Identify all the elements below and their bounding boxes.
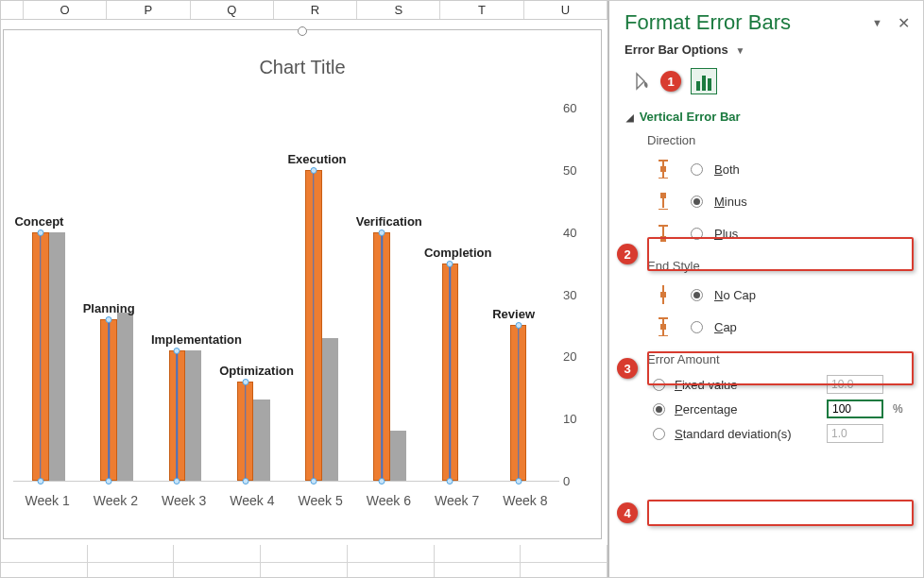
cap-label: Cap: [714, 320, 737, 334]
data-label[interactable]: Completion: [424, 246, 492, 260]
grid-row[interactable]: [1, 563, 607, 577]
callout-marker-3: 3: [617, 358, 638, 379]
cap-glyph-icon: [647, 314, 679, 339]
column-header-bar: O P Q R S T U: [1, 1, 607, 20]
y-axis[interactable]: 0102030405060: [563, 108, 597, 481]
x-axis[interactable]: Week 1Week 2Week 3Week 4Week 5Week 6Week…: [13, 487, 559, 510]
direction-option-minus[interactable]: Minus: [609, 185, 923, 217]
both-label: Both: [714, 162, 740, 177]
select-all-corner[interactable]: [1, 1, 24, 19]
stddev-label: Standard deviation(s): [675, 427, 817, 441]
bar-series2[interactable]: [253, 400, 269, 481]
x-tick-label[interactable]: Week 1: [13, 487, 81, 510]
plot-area[interactable]: 0102030405060 ConceptPlanningImplementat…: [13, 108, 559, 482]
both-glyph-icon: [647, 157, 679, 181]
section-title[interactable]: Vertical Error Bar: [640, 110, 741, 124]
radio-both[interactable]: [691, 163, 703, 176]
fill-line-tab-icon[interactable]: [628, 68, 655, 94]
x-tick-label[interactable]: Week 7: [423, 487, 491, 510]
column-header[interactable]: S: [357, 1, 440, 19]
bar-series2[interactable]: [390, 431, 406, 481]
bar-series1[interactable]: [510, 325, 526, 481]
amount-option-percentage[interactable]: Percentage %: [609, 397, 923, 421]
bar-series1[interactable]: [237, 382, 253, 481]
stddev-value-input[interactable]: [827, 424, 883, 443]
format-pane: Format Error Bars ▼ ✕ Error Bar Options …: [607, 1, 923, 577]
nocap-glyph-icon: [647, 282, 679, 307]
percentage-label: Percentage: [675, 402, 817, 416]
highlight-box-percentage: [647, 500, 914, 526]
grid-row[interactable]: [1, 545, 607, 563]
bar-series2[interactable]: [185, 350, 201, 481]
data-label[interactable]: Concept: [14, 214, 63, 229]
percentage-suffix: %: [893, 402, 908, 416]
endstyle-option-cap[interactable]: Cap: [609, 311, 923, 343]
x-tick-label[interactable]: Week 8: [491, 487, 559, 510]
minus-glyph-icon: [647, 189, 679, 213]
column-header[interactable]: T: [440, 1, 523, 19]
column-header[interactable]: O: [24, 1, 107, 19]
data-label[interactable]: Verification: [356, 214, 422, 229]
bar-series2[interactable]: [322, 338, 338, 481]
options-dropdown-label[interactable]: Error Bar Options: [625, 42, 728, 57]
bar-series2[interactable]: [117, 313, 133, 481]
data-label[interactable]: Execution: [287, 152, 346, 166]
direction-option-both[interactable]: Both: [609, 153, 923, 185]
options-dropdown-icon[interactable]: ▼: [735, 45, 744, 56]
percentage-value-input[interactable]: [827, 400, 883, 418]
chart-resize-handle-top[interactable]: [298, 26, 307, 36]
section-collapse-icon[interactable]: ◢: [626, 112, 634, 123]
bar-series1[interactable]: [169, 350, 185, 481]
x-tick-label[interactable]: Week 4: [218, 487, 286, 510]
highlight-box-minus: [647, 237, 914, 271]
bar-series2[interactable]: [49, 232, 65, 481]
column-header[interactable]: P: [107, 1, 190, 19]
callout-marker-1: 1: [660, 71, 681, 92]
bar-series1[interactable]: [442, 264, 458, 481]
bar-series1[interactable]: [100, 319, 116, 481]
app-root: O P Q R S T U Chart Title 0102030405060 …: [0, 0, 924, 578]
direction-label: Direction: [609, 129, 923, 153]
column-header[interactable]: Q: [191, 1, 274, 19]
column-header[interactable]: R: [274, 1, 357, 19]
nocap-label: No Cap: [714, 288, 756, 302]
close-pane-button[interactable]: ✕: [894, 14, 914, 32]
chart-title[interactable]: Chart Title: [4, 57, 601, 78]
minus-label: Minus: [714, 195, 747, 209]
worksheet[interactable]: Chart Title 0102030405060 ConceptPlannin…: [1, 20, 607, 577]
highlight-box-nocap: [647, 351, 914, 385]
pane-header: Format Error Bars ▼ ✕: [609, 1, 923, 41]
radio-cap[interactable]: [691, 321, 703, 333]
x-tick-label[interactable]: Week 6: [354, 487, 422, 510]
data-label[interactable]: Review: [492, 307, 535, 321]
callout-marker-2: 2: [617, 244, 638, 264]
bar-series1[interactable]: [305, 170, 321, 481]
data-label[interactable]: Optimization: [219, 364, 294, 378]
radio-nocap[interactable]: [691, 289, 703, 301]
embedded-chart[interactable]: Chart Title 0102030405060 ConceptPlannin…: [3, 29, 602, 539]
data-label[interactable]: Planning: [83, 301, 135, 315]
bar-series1[interactable]: [32, 232, 48, 481]
column-header[interactable]: U: [524, 1, 607, 19]
endstyle-option-nocap[interactable]: No Cap: [609, 279, 923, 311]
bar-series1[interactable]: [373, 232, 389, 481]
pane-title: Format Error Bars: [625, 10, 872, 35]
x-tick-label[interactable]: Week 2: [81, 487, 149, 510]
radio-stddev[interactable]: [653, 428, 665, 440]
x-tick-label[interactable]: Week 5: [286, 487, 354, 510]
error-bar-options-tab-icon[interactable]: [691, 68, 717, 94]
radio-percentage[interactable]: [653, 403, 665, 416]
x-tick-label[interactable]: Week 3: [150, 487, 218, 510]
radio-minus[interactable]: [691, 196, 703, 208]
grid-rows: [1, 545, 607, 577]
worksheet-area: O P Q R S T U Chart Title 0102030405060 …: [1, 1, 607, 577]
amount-option-stddev[interactable]: Standard deviation(s): [609, 421, 923, 446]
pane-menu-dropdown-icon[interactable]: ▼: [872, 17, 882, 28]
callout-marker-4: 4: [617, 502, 638, 523]
